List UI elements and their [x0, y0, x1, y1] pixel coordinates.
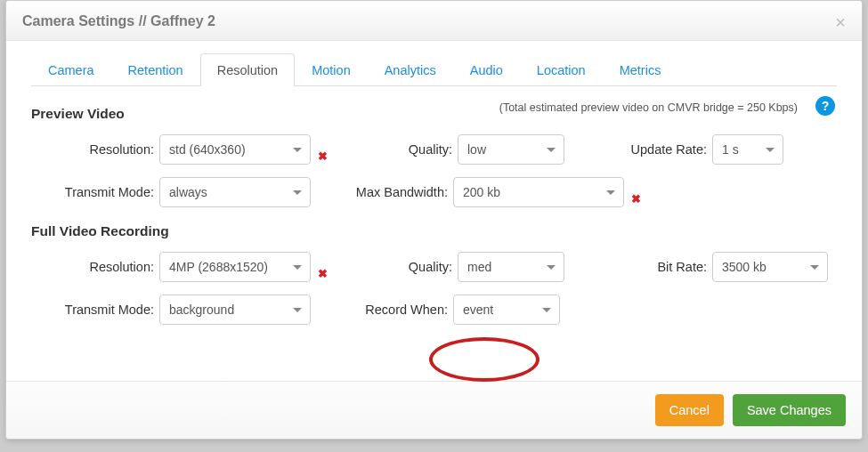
preview-transmit-mode-value: always: [169, 185, 207, 199]
tab-analytics[interactable]: Analytics: [368, 53, 453, 86]
close-icon[interactable]: ×: [835, 13, 846, 31]
preview-max-bandwidth-select[interactable]: 200 kb: [453, 177, 624, 207]
full-record-when-label: Record When:: [320, 303, 448, 317]
chevron-down-icon: [547, 265, 556, 270]
chevron-down-icon: [606, 190, 615, 195]
preview-max-bandwidth-label: Max Bandwidth:: [320, 185, 448, 199]
full-quality-select[interactable]: med: [458, 252, 564, 282]
chevron-down-icon: [293, 265, 302, 270]
full-resolution-label: Resolution:: [31, 260, 154, 274]
full-record-when-select[interactable]: event: [453, 295, 560, 325]
tab-motion[interactable]: Motion: [295, 53, 368, 86]
full-resolution-value: 4MP (2688x1520): [169, 260, 268, 274]
preview-quality-label: Quality:: [337, 142, 452, 157]
preview-update-rate-select[interactable]: 1 s: [712, 134, 783, 165]
tab-location[interactable]: Location: [520, 53, 603, 86]
preview-transmit-mode-label: Transmit Mode:: [31, 185, 154, 199]
modal-body: Camera Retention Resolution Motion Analy…: [6, 41, 862, 381]
chevron-down-icon: [547, 148, 556, 152]
full-bit-rate-label: Bit Rate:: [573, 260, 707, 274]
reset-icon[interactable]: ✖: [631, 192, 641, 207]
cancel-button[interactable]: Cancel: [655, 394, 724, 426]
full-quality-value: med: [467, 260, 491, 274]
chevron-down-icon: [766, 148, 775, 152]
chevron-down-icon: [293, 190, 302, 195]
tab-camera[interactable]: Camera: [31, 53, 111, 86]
preview-max-bandwidth-value: 200 kb: [463, 185, 500, 199]
help-icon[interactable]: ?: [815, 96, 835, 116]
tab-audio[interactable]: Audio: [453, 53, 520, 86]
modal-title: Camera Settings // Gaffney 2: [22, 13, 846, 29]
tab-metrics[interactable]: Metrics: [603, 53, 678, 86]
reset-icon[interactable]: ✖: [318, 267, 328, 282]
chevron-down-icon: [293, 308, 302, 312]
camera-settings-modal: Camera Settings // Gaffney 2 × Camera Re…: [5, 0, 863, 440]
modal-header: Camera Settings // Gaffney 2 ×: [6, 1, 862, 41]
tab-retention[interactable]: Retention: [111, 53, 200, 86]
modal-footer: Cancel Save Changes: [6, 381, 862, 439]
chevron-down-icon: [810, 265, 819, 270]
annotation-circle: [429, 337, 539, 382]
preview-update-rate-label: Update Rate:: [573, 142, 707, 157]
preview-resolution-select[interactable]: std (640x360): [159, 134, 311, 165]
estimate-text: (Total estimated preview video on CMVR b…: [499, 101, 798, 114]
preview-resolution-value: std (640x360): [169, 142, 246, 157]
full-quality-label: Quality:: [337, 260, 452, 274]
full-transmit-mode-label: Transmit Mode:: [31, 303, 154, 317]
preview-quality-select[interactable]: low: [458, 134, 564, 165]
full-bit-rate-value: 3500 kb: [722, 260, 767, 274]
full-bit-rate-select[interactable]: 3500 kb: [712, 252, 828, 282]
full-record-when-value: event: [463, 303, 493, 317]
full-transmit-mode-select[interactable]: background: [159, 295, 311, 325]
preview-resolution-label: Resolution:: [31, 142, 154, 157]
preview-transmit-mode-select[interactable]: always: [159, 177, 311, 207]
full-section-title: Full Video Recording: [31, 223, 837, 239]
tab-resolution[interactable]: Resolution: [200, 53, 296, 86]
chevron-down-icon: [542, 308, 551, 312]
full-transmit-mode-value: background: [169, 303, 234, 317]
preview-update-rate-value: 1 s: [722, 142, 739, 157]
preview-quality-value: low: [467, 142, 486, 157]
reset-icon[interactable]: ✖: [318, 149, 328, 165]
full-resolution-select[interactable]: 4MP (2688x1520): [159, 252, 311, 282]
chevron-down-icon: [293, 148, 302, 152]
tabs-bar: Camera Retention Resolution Motion Analy…: [31, 53, 837, 86]
save-button[interactable]: Save Changes: [733, 394, 846, 426]
